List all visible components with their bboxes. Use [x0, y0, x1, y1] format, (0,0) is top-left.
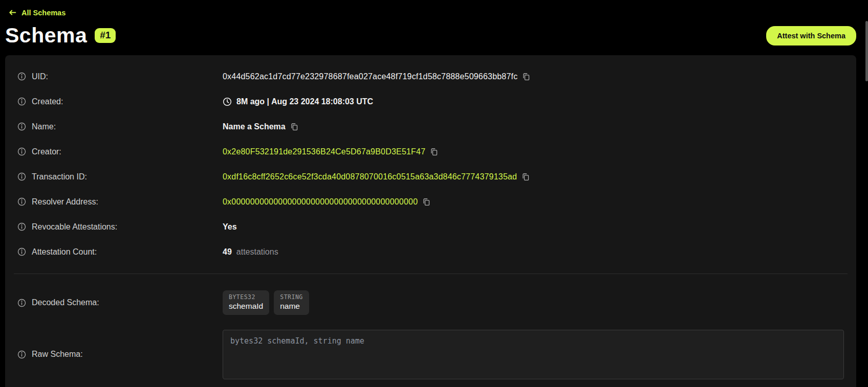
- copy-resolver-button[interactable]: [422, 198, 430, 206]
- copy-creator-button[interactable]: [430, 148, 438, 156]
- title-row: Schema #1 Attest with Schema: [5, 24, 856, 48]
- copy-transaction-id-button[interactable]: [522, 173, 530, 181]
- resolver-address-link[interactable]: 0x00000000000000000000000000000000000000…: [223, 197, 418, 207]
- clock-icon: [223, 97, 232, 106]
- creator-address-link[interactable]: 0x2e80F532191de291536B24Ce5D67a9B0D3E51F…: [223, 147, 425, 156]
- revocable-label-group: Revocable Attestations:: [17, 222, 223, 232]
- info-icon[interactable]: [17, 197, 26, 206]
- schema-number-badge: #1: [95, 28, 116, 43]
- back-link-all-schemas[interactable]: All Schemas: [8, 8, 66, 17]
- attestations-link[interactable]: attestations: [236, 247, 278, 257]
- info-icon[interactable]: [17, 247, 26, 256]
- transaction-id-link[interactable]: 0xdf16c8cff2652c6ce52f3cda40d0878070016c…: [223, 172, 517, 181]
- creator-row: Creator: 0x2e80F532191de291536B24Ce5D67a…: [5, 139, 856, 164]
- field-type: BYTES32: [229, 293, 263, 301]
- raw-schema-label-group: Raw Schema:: [17, 350, 223, 359]
- info-icon[interactable]: [17, 350, 26, 359]
- decoded-schema-label: Decoded Schema:: [32, 298, 99, 307]
- field-name: schemaId: [229, 302, 263, 311]
- uid-value: 0x44d562ac1d7cd77e232978687fea027ace48f7…: [223, 72, 517, 81]
- attestation-count-value: 49: [223, 247, 232, 257]
- attestation-count-row: Attestation Count: 49 attestations: [5, 239, 856, 264]
- created-row: Created: 8M ago | Aug 23 2024 18:08:03 U…: [5, 89, 856, 114]
- transaction-id-row: Transaction ID: 0xdf16c8cff2652c6ce52f3c…: [5, 164, 856, 189]
- uid-label-group: UID:: [17, 72, 223, 81]
- revocable-label: Revocable Attestations:: [32, 222, 117, 232]
- page-header: All Schemas Schema #1 Attest with Schema: [0, 0, 868, 48]
- raw-schema-textarea[interactable]: bytes32 schemaId, string name: [223, 330, 844, 379]
- schema-field-chip: STRING name: [274, 290, 309, 315]
- field-name: name: [280, 302, 303, 311]
- attestation-count-label: Attestation Count:: [32, 247, 97, 257]
- field-type: STRING: [280, 293, 303, 301]
- uid-row: UID: 0x44d562ac1d7cd77e232978687fea027ac…: [5, 64, 856, 89]
- creator-label-group: Creator:: [17, 147, 223, 156]
- schema-field-chip: BYTES32 schemaId: [223, 290, 269, 315]
- section-divider: [14, 274, 848, 274]
- schema-name-value: Name a Schema: [223, 122, 286, 131]
- back-link-label: All Schemas: [21, 9, 66, 17]
- uid-label: UID:: [32, 72, 48, 81]
- info-icon[interactable]: [17, 299, 26, 307]
- decoded-schema-row: Decoded Schema: BYTES32 schemaId STRING …: [5, 283, 856, 322]
- info-icon[interactable]: [17, 72, 26, 81]
- resolver-address-row: Resolver Address: 0x00000000000000000000…: [5, 189, 856, 214]
- decoded-schema-label-group: Decoded Schema:: [17, 298, 223, 307]
- resolver-label-group: Resolver Address:: [17, 197, 223, 207]
- schema-field-chips: BYTES32 schemaId STRING name: [223, 290, 309, 315]
- copy-uid-button[interactable]: [522, 73, 530, 81]
- attestation-count-label-group: Attestation Count:: [17, 247, 223, 257]
- name-label: Name:: [32, 122, 56, 131]
- attest-with-schema-button[interactable]: Attest with Schema: [766, 26, 856, 45]
- raw-schema-row: Raw Schema: bytes32 schemaId, string nam…: [5, 322, 856, 383]
- transaction-id-label: Transaction ID:: [32, 172, 87, 181]
- created-label: Created:: [32, 97, 63, 106]
- info-icon[interactable]: [17, 172, 26, 181]
- schema-detail-card: UID: 0x44d562ac1d7cd77e232978687fea027ac…: [5, 55, 856, 387]
- created-value: 8M ago | Aug 23 2024 18:08:03 UTC: [236, 97, 373, 106]
- created-label-group: Created:: [17, 97, 223, 106]
- vertical-scrollbar-thumb[interactable]: [865, 21, 868, 81]
- revocable-value: Yes: [223, 222, 237, 232]
- info-icon[interactable]: [17, 222, 26, 231]
- creator-label: Creator:: [32, 147, 61, 156]
- info-icon[interactable]: [17, 97, 26, 106]
- name-label-group: Name:: [17, 122, 223, 131]
- raw-schema-label: Raw Schema:: [32, 350, 83, 359]
- revocable-row: Revocable Attestations: Yes: [5, 214, 856, 239]
- copy-name-button[interactable]: [290, 123, 298, 131]
- arrow-left-icon: [8, 8, 17, 17]
- page-title: Schema: [5, 24, 87, 48]
- transaction-id-label-group: Transaction ID:: [17, 172, 223, 181]
- info-icon[interactable]: [17, 122, 26, 131]
- name-row: Name: Name a Schema: [5, 114, 856, 139]
- info-icon[interactable]: [17, 147, 26, 156]
- resolver-label: Resolver Address:: [32, 197, 98, 207]
